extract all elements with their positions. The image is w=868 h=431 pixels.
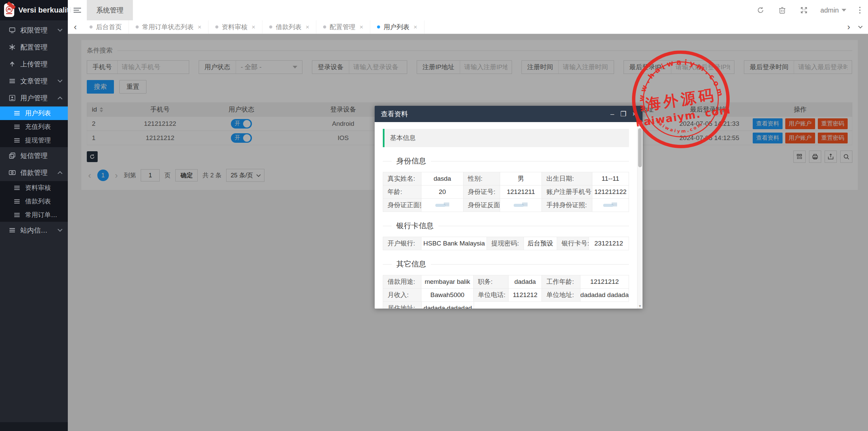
- sidebar-item-config[interactable]: 配置管理: [0, 39, 68, 56]
- sidebar-item-label: 借款列表: [25, 197, 62, 206]
- field-label: 居住地址:: [383, 301, 422, 309]
- modal-scrollbar[interactable]: ▲ ▼: [637, 122, 643, 309]
- field-label: 工作年龄:: [541, 275, 580, 289]
- sidebar-item-order-status[interactable]: 常用订单状态...: [0, 208, 68, 222]
- tab-label: 后台首页: [96, 23, 122, 32]
- tabbar-right-controls: ›: [844, 20, 868, 34]
- trash-icon[interactable]: [777, 5, 787, 15]
- close-icon[interactable]: ×: [252, 23, 255, 31]
- sidebar-item-permissions[interactable]: 权限管理: [0, 22, 68, 39]
- monitor-icon: [9, 27, 16, 34]
- scroll-down-icon[interactable]: ▼: [637, 303, 643, 309]
- tab-user-list[interactable]: 用户列表 ×: [370, 20, 424, 34]
- sidebar-menu: 权限管理 配置管理 上传管理 文章管理 用户管理: [0, 20, 68, 422]
- main-area: 系统管理 admin ‹: [68, 0, 868, 431]
- refresh-icon[interactable]: [755, 5, 766, 15]
- tab-label: 借款列表: [276, 23, 301, 32]
- tab-config[interactable]: 配置管理 ×: [316, 20, 370, 34]
- sidebar-item-loan-list[interactable]: 借款列表: [0, 195, 68, 208]
- field-value: dadada: [508, 275, 542, 289]
- sidebar-item-recharge-list[interactable]: 充值列表: [0, 120, 68, 134]
- app-logo: [4, 3, 14, 17]
- id-photo-hold[interactable]: [592, 198, 629, 212]
- content: 条件搜索 手机号 用户状态 - 全部 - 登: [68, 34, 868, 431]
- upload-icon: [9, 61, 16, 67]
- sidebar-item-user-list[interactable]: 用户列表: [0, 106, 68, 120]
- broken-image-icon: [513, 202, 528, 208]
- scrollbar-thumb[interactable]: [638, 128, 642, 167]
- chevron-down-icon: [58, 27, 62, 32]
- user-icon: [9, 95, 16, 101]
- field-label: 身份证号:: [463, 185, 500, 199]
- sidebar-item-label: 权限管理: [20, 26, 54, 35]
- id-photo-front[interactable]: [421, 198, 463, 212]
- tab-loan-list[interactable]: 借款列表 ×: [262, 20, 316, 34]
- scroll-up-icon[interactable]: ▲: [637, 122, 643, 128]
- user-menu[interactable]: admin: [821, 6, 846, 14]
- field-label: 职务:: [473, 275, 509, 289]
- field-label: 月收入:: [383, 288, 421, 302]
- tabs-scroll-right[interactable]: ›: [844, 22, 854, 32]
- sidebar-title: Versi berkualiti: [18, 6, 72, 15]
- tab-profile-review[interactable]: 资料审核 ×: [209, 20, 262, 34]
- tabs-menu-toggle[interactable]: [855, 26, 865, 28]
- field-label: 提现密码:: [487, 237, 524, 250]
- field-value: 12121211: [500, 185, 542, 199]
- sidebar-item-label: 借款管理: [20, 168, 54, 177]
- field-label: 出生日期:: [541, 172, 592, 185]
- close-icon[interactable]: ×: [632, 111, 636, 117]
- minimize-icon[interactable]: –: [610, 111, 614, 117]
- close-icon[interactable]: ×: [198, 23, 201, 31]
- field-label: 借款用途:: [383, 275, 421, 289]
- sidebar-item-articles[interactable]: 文章管理: [0, 73, 68, 90]
- sidebar-item-withdraw[interactable]: 提现管理: [0, 134, 68, 147]
- maximize-icon[interactable]: ❐: [620, 111, 626, 117]
- sidebar-item-profile-review[interactable]: 资料审核: [0, 181, 68, 195]
- tab-order-status-list[interactable]: 常用订单状态列表 ×: [129, 20, 209, 34]
- field-label: 真实姓名:: [383, 172, 421, 185]
- field-value: 男: [500, 172, 542, 185]
- money-icon: [9, 169, 16, 176]
- modal-body: 基本信息 身份信息 真实姓名: dasda 性别: 男 出生日期: 11--11: [375, 122, 643, 309]
- close-icon[interactable]: ×: [413, 23, 417, 31]
- broken-image-icon: [603, 202, 618, 208]
- bank-table: 开户银行: HSBC Bank Malaysia 提现密码: 后台预设 银行卡号…: [383, 237, 629, 250]
- tab-dot: [215, 25, 218, 28]
- sidebar-item-label: 配置管理: [20, 43, 62, 52]
- sidebar-item-loans[interactable]: 借款管理: [0, 164, 68, 181]
- tabs-scroll-left[interactable]: ‹: [68, 20, 83, 34]
- field-value: dasda: [421, 172, 463, 185]
- tab-dot: [269, 25, 272, 28]
- sidebar-item-messages[interactable]: 站内信管理: [0, 222, 68, 239]
- sidebar-item-label: 站内信管理: [20, 226, 54, 235]
- list-icon: [14, 110, 20, 117]
- modal-controls: – ❐ ×: [610, 111, 636, 117]
- kebab-menu-icon[interactable]: [858, 5, 862, 15]
- fullscreen-icon[interactable]: [799, 5, 809, 15]
- list-icon: [14, 137, 20, 144]
- list-icon: [14, 198, 20, 205]
- broken-image-icon: [435, 202, 450, 208]
- logo-bar: Versi berkualiti: [0, 0, 68, 20]
- sidebar-item-label: 短信管理: [20, 151, 62, 160]
- sidebar-item-users[interactable]: 用户管理: [0, 90, 68, 106]
- sidebar-item-upload[interactable]: 上传管理: [0, 56, 68, 73]
- list-icon: [14, 123, 20, 130]
- field-label: 手持身份证照:: [541, 198, 592, 212]
- topbar-actions: admin: [755, 5, 868, 15]
- id-photo-back[interactable]: [500, 198, 542, 212]
- topbar: 系统管理 admin: [68, 0, 868, 20]
- tab-dot: [136, 25, 139, 28]
- close-icon[interactable]: ×: [305, 23, 309, 31]
- sidebar-item-sms[interactable]: 短信管理: [0, 147, 68, 164]
- top-menu-system[interactable]: 系统管理: [87, 0, 133, 20]
- tab-label: 配置管理: [330, 23, 355, 32]
- tab-home[interactable]: 后台首页: [83, 20, 129, 34]
- tab-label: 资料审核: [222, 23, 248, 32]
- field-label: 身份证正面照:: [383, 198, 421, 212]
- other-section-title: 其它信息: [383, 259, 629, 269]
- list-icon: [14, 212, 20, 218]
- sidebar-item-label: 文章管理: [20, 77, 54, 86]
- close-icon[interactable]: ×: [359, 23, 363, 31]
- field-label: 账户注册手机号:: [541, 185, 592, 199]
